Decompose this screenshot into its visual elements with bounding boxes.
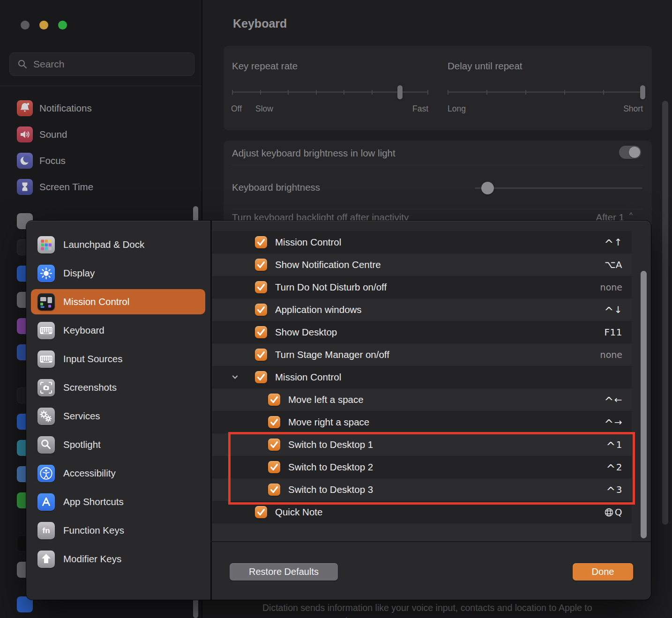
mission-control-icon: [37, 293, 55, 311]
sheet-sidebar-item-app-shortcuts[interactable]: App Shortcuts: [31, 489, 205, 514]
shortcut-row[interactable]: Mission Control ^↑: [212, 231, 632, 253]
shortcut-label: Show Desktop: [275, 327, 337, 338]
shortcut-key[interactable]: A: [605, 253, 622, 276]
accessibility-icon: [37, 465, 55, 482]
services-icon: [37, 408, 55, 425]
sheet-sidebar-item-modifier-keys[interactable]: Modifier Keys: [31, 546, 205, 572]
shortcut-row[interactable]: Application windows ^↓: [212, 298, 632, 321]
app-shortcuts-icon: [37, 493, 55, 511]
sheet-sidebar-item-mission-control[interactable]: Mission Control: [31, 289, 205, 314]
shortcut-row[interactable]: Move left a space ^←: [212, 388, 632, 411]
shortcut-row[interactable]: Show Desktop F11: [212, 321, 632, 343]
checkbox[interactable]: [255, 281, 267, 293]
keyboard-shortcuts-sheet: Launchpad & Dock Display Mission Control…: [26, 221, 651, 600]
shortcut-label: Turn Do Not Disturb on/off: [275, 282, 387, 293]
highlight-annotation-box: [228, 432, 635, 505]
spotlight-icon: [37, 436, 55, 454]
sheet-sidebar-item-function-keys[interactable]: fn Function Keys: [31, 518, 205, 543]
shortcut-none: none: [600, 282, 622, 292]
sheet-sidebar-label: Launchpad & Dock: [63, 239, 144, 250]
sheet-sidebar-item-input-sources[interactable]: Input Sources: [31, 346, 205, 372]
sheet-sidebar-label: App Shortcuts: [63, 496, 124, 507]
checkbox[interactable]: [268, 416, 280, 428]
display-icon: [37, 265, 55, 282]
shortcut-label: Quick Note: [275, 506, 322, 518]
sheet-sidebar-label: Accessibility: [63, 468, 116, 479]
sheet-sidebar-item-spotlight[interactable]: Spotlight: [31, 432, 205, 457]
list-filler: [212, 523, 632, 541]
done-button[interactable]: Done: [573, 563, 633, 581]
sheet-sidebar-item-launchpad-dock[interactable]: Launchpad & Dock: [31, 232, 205, 257]
shift-icon: [37, 551, 55, 568]
sheet-sidebar-label: Spotlight: [63, 439, 101, 450]
shortcut-row[interactable]: Show Notification Centre A: [212, 253, 632, 276]
shortcut-row[interactable]: Mission Control: [212, 366, 632, 388]
restore-defaults-button[interactable]: Restore Defaults: [230, 563, 338, 581]
shortcut-row[interactable]: Turn Do Not Disturb on/off none: [212, 276, 632, 298]
shortcut-none: none: [600, 350, 622, 360]
checkbox[interactable]: [268, 394, 280, 406]
sheet-sidebar-item-display[interactable]: Display: [31, 261, 205, 286]
checkbox[interactable]: [255, 349, 267, 361]
sheet-sidebar-label: Screenshots: [63, 382, 117, 393]
shortcut-row[interactable]: Turn Stage Manager on/off none: [212, 343, 632, 366]
checkbox[interactable]: [255, 304, 267, 316]
sheet-sidebar-label: Modifier Keys: [63, 553, 121, 565]
shortcut-label: Mission Control: [275, 372, 341, 383]
chevron-down-icon[interactable]: [231, 374, 239, 382]
shortcut-key[interactable]: none: [600, 276, 622, 298]
checkbox[interactable]: [255, 326, 267, 338]
shortcut-label: Move left a space: [288, 394, 364, 405]
checkbox[interactable]: [255, 506, 267, 518]
fn-icon: fn: [37, 522, 55, 539]
shortcut-key[interactable]: ^↑: [604, 231, 622, 253]
shortcut-key[interactable]: ^→: [604, 411, 622, 433]
sheet-sidebar-label: Mission Control: [63, 296, 129, 307]
checkbox[interactable]: [255, 259, 267, 271]
shortcut-label: Mission Control: [275, 237, 341, 248]
shortcut-label: Application windows: [275, 304, 362, 315]
checkbox[interactable]: [255, 236, 267, 248]
shortcut-key[interactable]: ^↓: [604, 298, 622, 321]
shortcut-key[interactable]: none: [600, 343, 622, 366]
system-settings-window: Notifications Sound Focus Screen Time Ke…: [0, 0, 672, 618]
sheet-sidebar-label: Function Keys: [63, 525, 124, 536]
sheet-sidebar-label: Display: [63, 268, 95, 279]
shortcut-key[interactable]: ^←: [604, 388, 622, 411]
sheet-sidebar-label: Input Sources: [63, 353, 123, 365]
shortcut-list-scrollbar[interactable]: [641, 271, 647, 538]
sheet-sidebar-label: Services: [63, 410, 100, 422]
shortcut-row[interactable]: Move right a space ^→: [212, 411, 632, 433]
sheet-sidebar-item-screenshots[interactable]: Screenshots: [31, 375, 205, 400]
shortcut-label: Show Notification Centre: [275, 259, 381, 270]
sheet-sidebar-item-keyboard[interactable]: Keyboard: [31, 318, 205, 343]
sheet-sidebar-item-services[interactable]: Services: [31, 403, 205, 429]
keyboard-icon: [37, 350, 55, 368]
sheet-divider: [210, 221, 212, 600]
launchpad-icon: [37, 236, 55, 253]
screenshots-icon: [37, 379, 55, 396]
list-bottom-edge: [210, 541, 651, 542]
sheet-sidebar-label: Keyboard: [63, 325, 105, 336]
shortcut-key[interactable]: F11: [605, 321, 622, 343]
shortcut-label: Turn Stage Manager on/off: [275, 349, 389, 360]
checkbox[interactable]: [255, 371, 267, 383]
keyboard-icon: [37, 322, 55, 339]
shortcut-label: Move right a space: [288, 417, 369, 428]
sheet-sidebar-item-accessibility[interactable]: Accessibility: [31, 461, 205, 486]
